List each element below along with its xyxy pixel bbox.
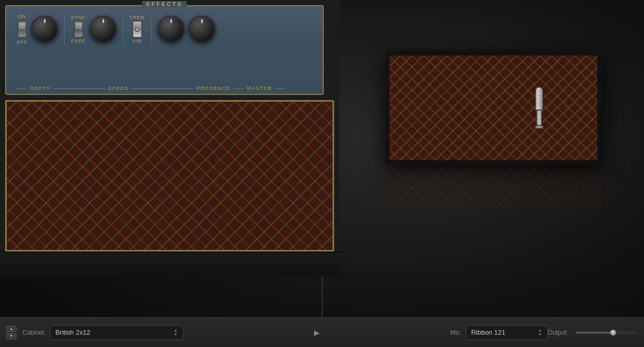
sync-label: SYNC [71,15,86,20]
vib-label: VIB [133,38,142,44]
trem-group: TREM VIB [130,15,145,44]
cabinet-dropdown[interactable]: British 2x12 ▲ ▼ [50,325,183,340]
depth-knob-group [31,16,58,43]
line-5 [275,88,286,89]
effects-controls: ON OFF SYNC FREE [16,14,312,45]
amp-grille [5,100,334,252]
trem-label: TREM [130,15,145,20]
cabinet-label: Cabinet: [23,329,46,336]
bottom-bar: ▲ ▼ Cabinet: British 2x12 ▲ ▼ ▶ Mic: Rib… [0,317,644,347]
speed-knob[interactable] [90,16,117,43]
output-section: Output: [548,329,638,336]
sync-toggle[interactable] [74,21,83,37]
line-4 [234,88,244,89]
speed-knob-group [90,16,117,43]
up-arrow-icon: ▲ [9,326,13,331]
output-slider-fill [576,332,613,334]
free-label: FREE [71,38,86,44]
cabinet-down-icon: ▼ [174,333,178,337]
on-off-toggle-group: ON OFF [16,14,27,45]
cabinet-box [385,51,601,164]
speed-knob-indicator [103,19,104,23]
master-knob[interactable] [189,16,215,43]
mic-dropdown-arrows: ▲ ▼ [538,329,542,337]
cabinet-value: British 2x12 [56,329,90,336]
presence-bottom-label: PRESENCE [197,86,231,91]
on-off-toggle[interactable] [17,21,27,37]
depth-knob-indicator [44,19,46,23]
trem-vib-toggle[interactable] [133,21,142,37]
cabinet-grille [390,55,597,160]
microphone [535,87,543,129]
presence-knob-group [158,16,185,43]
line-2 [54,88,105,89]
cabinet-grille-pattern [390,55,597,160]
on-label: ON [18,14,26,19]
amp-body: EFFECTS ON OFF SYNC FREE [0,0,339,272]
master-knob-indicator [201,19,203,23]
cabinet-dropdown-arrows: ▲ ▼ [174,329,178,337]
preset-down-button[interactable]: ▼ [6,333,16,339]
play-icon: ▶ [314,329,320,337]
separator-3 [151,14,152,45]
preset-up-button[interactable]: ▲ [6,326,16,332]
amp-bottom [0,252,342,277]
line-3 [132,88,194,89]
output-slider[interactable] [576,332,638,334]
off-label: OFF [16,40,27,45]
play-button[interactable]: ▶ [310,326,323,339]
line-1 [16,88,27,89]
effects-panel: EFFECTS ON OFF SYNC FREE [5,5,324,95]
master-knob-group [189,16,215,43]
center-section: ▶ [183,326,450,339]
mic-base [535,126,543,129]
sync-group: SYNC FREE [71,15,86,44]
effects-title: EFFECTS [142,1,187,7]
depth-bottom-label: DEPTH [30,86,51,91]
mic-position-line [322,276,322,317]
separator-1 [64,14,65,45]
mic-dropdown[interactable]: Ribbon 121 ▲ ▼ [466,325,548,340]
speed-bottom-label: SPEED [108,86,130,91]
mic-body [537,110,542,126]
mic-head [536,87,543,110]
presence-knob[interactable] [158,16,185,43]
master-bottom-label: MASTER [247,86,273,91]
preset-arrows: ▲ ▼ [6,326,16,339]
presence-knob-indicator [170,19,172,23]
mic-down-icon: ▼ [538,333,542,337]
mic-value: Ribbon 121 [471,329,506,336]
depth-knob[interactable] [31,16,58,43]
cabinet-reflection [385,168,601,209]
separator-2 [123,14,123,45]
down-arrow-icon: ▼ [9,334,13,338]
output-slider-thumb[interactable] [610,330,616,336]
grille-pattern [7,102,333,250]
output-label: Output: [548,329,568,336]
effects-bottom-labels: DEPTH SPEED PRESENCE MASTER [16,86,312,91]
mic-label: Mic: [450,329,462,336]
